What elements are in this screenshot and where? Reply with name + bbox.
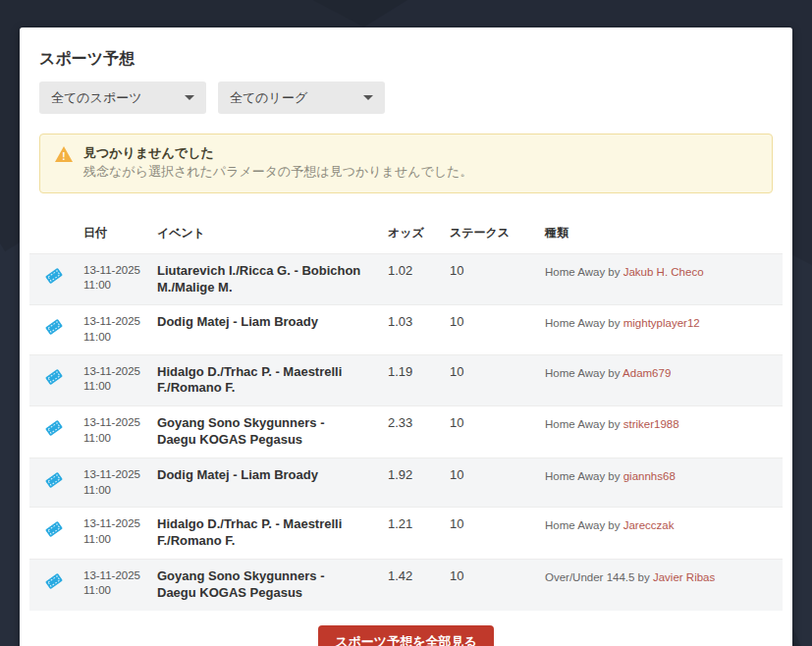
header-event: イベント: [157, 215, 388, 253]
warning-icon: !: [54, 144, 74, 182]
tipster-link[interactable]: Jakub H. Checo: [623, 266, 704, 278]
event-time: 11:00: [83, 330, 151, 346]
bet-type: Home Away by Jakub H. Checo: [545, 254, 783, 287]
card-footer: スポーツ予想を全部見る: [39, 625, 773, 646]
tipster-link[interactable]: giannhs68: [623, 470, 676, 482]
stake-value: 10: [450, 305, 545, 338]
event-time: 11:00: [83, 379, 151, 395]
event-date: 13-11-2025: [83, 364, 151, 380]
sport-filter-value: 全てのスポーツ: [51, 89, 142, 107]
odds-value: 1.42: [388, 560, 450, 592]
event-datetime: 13-11-2025 11:00: [83, 508, 157, 556]
bet-type: Home Away by giannhs68: [545, 458, 783, 491]
bet-type-label: Over/Under 144.5 by: [545, 571, 650, 583]
ticket-icon: [29, 508, 83, 549]
bet-type: Over/Under 144.5 by Javier Ribas: [545, 560, 783, 592]
odds-value: 2.33: [388, 406, 450, 439]
predictions-table: 日付 イベント オッズ ステークス 種類 13-11-2025 11:00 Li…: [29, 215, 783, 611]
event-name: Dodig Matej - Liam Broady: [157, 458, 388, 493]
table-row: 13-11-2025 11:00 Goyang Sono Skygunners …: [29, 405, 783, 458]
event-date: 13-11-2025: [83, 568, 151, 584]
alert-title: 見つかりませんでした: [83, 144, 472, 163]
table-row: 13-11-2025 11:00 Hidalgo D./Trhac P. - M…: [29, 507, 783, 559]
table-row: 13-11-2025 11:00 Liutarevich I./Ricca G.…: [29, 253, 783, 305]
table-row: 13-11-2025 11:00 Dodig Matej - Liam Broa…: [29, 458, 783, 507]
bet-type: Home Away by striker1988: [545, 406, 783, 439]
event-name: Goyang Sono Skygunners - Daegu KOGAS Peg…: [157, 406, 388, 458]
event-datetime: 13-11-2025 11:00: [83, 355, 157, 404]
event-datetime: 13-11-2025 11:00: [83, 406, 157, 455]
stake-value: 10: [450, 560, 545, 592]
stake-value: 10: [450, 458, 545, 491]
stake-value: 10: [450, 508, 545, 540]
table-header: 日付 イベント オッズ ステークス 種類: [29, 215, 783, 253]
event-time: 11:00: [83, 431, 151, 447]
ticket-icon: [29, 305, 83, 347]
event-date: 13-11-2025: [83, 415, 151, 431]
event-time: 11:00: [83, 278, 151, 294]
tipster-link[interactable]: Jarecczak: [623, 519, 675, 531]
event-time: 11:00: [83, 532, 151, 548]
bet-type: Home Away by Adam679: [545, 355, 783, 388]
page-title: スポーツ予想: [39, 41, 773, 70]
odds-value: 1.19: [388, 355, 450, 388]
ticket-icon: [29, 458, 83, 500]
event-datetime: 13-11-2025 11:00: [83, 305, 157, 353]
header-odds: オッズ: [388, 215, 450, 253]
view-all-button[interactable]: スポーツ予想を全部見る: [318, 625, 494, 646]
table-row: 13-11-2025 11:00 Hidalgo D./Trhac P. - M…: [29, 354, 783, 406]
not-found-alert: ! 見つかりませんでした 残念ながら選択されたパラメータの予想は見つかりませんで…: [39, 134, 773, 193]
table-row: 13-11-2025 11:00 Dodig Matej - Liam Broa…: [29, 304, 783, 353]
tipster-link[interactable]: Adam679: [623, 367, 671, 379]
tipster-link[interactable]: striker1988: [623, 418, 679, 430]
filters-bar: 全てのスポーツ 全てのリーグ: [39, 81, 773, 114]
bet-type-label: Home Away by: [545, 266, 621, 278]
svg-text:!: !: [62, 151, 65, 162]
ticket-icon: [29, 355, 83, 397]
stake-value: 10: [450, 254, 545, 287]
chevron-down-icon: [185, 95, 194, 100]
tipster-link[interactable]: mightyplayer12: [623, 317, 700, 329]
header-type: 種類: [545, 215, 783, 253]
bet-type-label: Home Away by: [545, 367, 621, 379]
bet-type-label: Home Away by: [545, 418, 621, 430]
event-time: 11:00: [83, 483, 151, 499]
ticket-icon: [29, 560, 83, 601]
bet-type: Home Away by mightyplayer12: [545, 305, 783, 338]
ticket-icon: [29, 254, 83, 296]
event-name: Hidalgo D./Trhac P. - Maestrelli F./Roma…: [157, 355, 388, 406]
header-icon-spacer: [29, 215, 83, 237]
sport-filter-select[interactable]: 全てのスポーツ: [39, 81, 206, 114]
table-body: 13-11-2025 11:00 Liutarevich I./Ricca G.…: [29, 253, 783, 611]
tipster-link[interactable]: Javier Ribas: [653, 571, 715, 583]
event-date: 13-11-2025: [83, 314, 151, 330]
bet-type: Home Away by Jarecczak: [545, 508, 783, 540]
league-filter-value: 全てのリーグ: [230, 89, 307, 107]
event-date: 13-11-2025: [83, 467, 151, 483]
event-date: 13-11-2025: [83, 516, 151, 532]
event-name: Dodig Matej - Liam Broady: [157, 305, 388, 340]
event-name: Goyang Sono Skygunners - Daegu KOGAS Peg…: [157, 560, 388, 611]
stake-value: 10: [450, 355, 545, 388]
alert-message: 残念ながら選択されたパラメータの予想は見つかりませんでした。: [83, 163, 472, 182]
event-name: Hidalgo D./Trhac P. - Maestrelli F./Roma…: [157, 508, 388, 559]
stake-value: 10: [450, 406, 545, 439]
event-date: 13-11-2025: [83, 263, 151, 279]
event-datetime: 13-11-2025 11:00: [83, 254, 157, 302]
bet-type-label: Home Away by: [545, 519, 621, 531]
odds-value: 1.02: [388, 254, 450, 287]
league-filter-select[interactable]: 全てのリーグ: [218, 81, 385, 114]
bet-type-label: Home Away by: [545, 470, 621, 482]
chevron-down-icon: [363, 95, 373, 100]
event-name: Liutarevich I./Ricca G. - Bobichon M./Ma…: [157, 254, 388, 305]
header-date: 日付: [83, 215, 157, 253]
odds-value: 1.21: [388, 508, 450, 540]
event-datetime: 13-11-2025 11:00: [83, 458, 157, 507]
ticket-icon: [29, 406, 83, 448]
predictions-card: スポーツ予想 全てのスポーツ 全てのリーグ ! 見つかりませんでした 残念ながら…: [20, 27, 792, 646]
bet-type-label: Home Away by: [545, 317, 621, 329]
event-datetime: 13-11-2025 11:00: [83, 560, 157, 608]
odds-value: 1.03: [388, 305, 450, 338]
odds-value: 1.92: [388, 458, 450, 491]
alert-text: 見つかりませんでした 残念ながら選択されたパラメータの予想は見つかりませんでした…: [83, 144, 472, 182]
